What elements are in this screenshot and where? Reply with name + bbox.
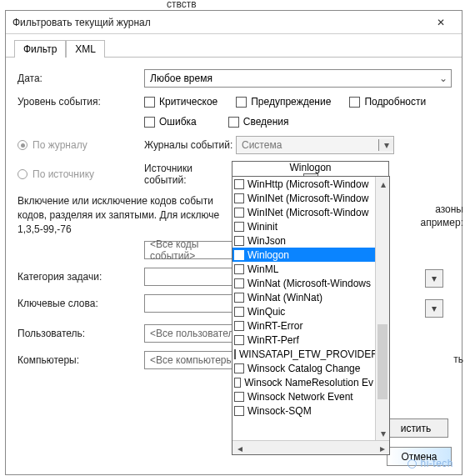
checkbox-icon	[234, 278, 244, 288]
chevron-down-icon: ⌄	[436, 73, 451, 84]
list-item[interactable]: Winsock NameResolution Ev	[232, 375, 375, 389]
checkbox-icon	[228, 117, 239, 128]
task-category-input[interactable]	[144, 268, 236, 286]
list-item-label: WinNat (WinNat)	[248, 292, 322, 303]
vertical-scrollbar[interactable]: ▴ ▾	[375, 177, 389, 440]
list-item[interactable]: Wininit	[232, 219, 375, 233]
date-combo[interactable]: Любое время ⌄	[144, 69, 452, 88]
tab-filter[interactable]: Фильтр	[14, 40, 66, 58]
label-computers: Компьютеры:	[18, 354, 144, 366]
list-item[interactable]: WinJson	[232, 233, 375, 248]
radio-by-source: По источнику	[18, 168, 144, 180]
check-label: Подробности	[364, 96, 426, 108]
list-item[interactable]: WinINet (Microsoft-Window	[232, 191, 375, 205]
list-item-label: Winsock Catalog Change	[248, 363, 360, 374]
journals-combo-value: Система	[237, 139, 378, 151]
keywords-input[interactable]	[144, 294, 236, 313]
list-item[interactable]: WINSATAPI_ETW_PROVIDER	[232, 347, 375, 361]
list-item[interactable]: Winsock Network Event	[232, 389, 375, 403]
tab-xml[interactable]: XML	[66, 40, 105, 58]
list-item-label: Winsock Network Event	[248, 391, 353, 403]
checkbox-icon	[234, 222, 244, 232]
checkbox-icon	[234, 307, 244, 317]
list-item[interactable]: Winsock-SQM	[232, 403, 375, 418]
check-error[interactable]: Ошибка	[144, 116, 197, 128]
checkbox-icon	[144, 117, 155, 128]
list-item[interactable]: WinNat (WinNat)	[232, 290, 375, 304]
list-item[interactable]: WinNat (Microsoft-Windows	[232, 276, 375, 290]
scroll-down-icon[interactable]: ▾	[376, 426, 390, 440]
checkbox-icon	[234, 335, 244, 345]
list-item-label: WinJson	[248, 235, 286, 247]
label-sources: Источники событий:	[144, 163, 236, 186]
desc-right-frag-1: азоны	[435, 203, 463, 215]
list-item-label: WinRT-Error	[248, 320, 302, 332]
list-item-label: WINSATAPI_ETW_PROVIDER	[239, 348, 375, 360]
label-journals: Журналы событий:	[144, 139, 236, 151]
watermark: hi-tech	[408, 458, 453, 469]
list-item[interactable]: WinRT-Error	[232, 318, 375, 333]
truncated-text-above: ствств	[167, 0, 197, 10]
scroll-right-icon[interactable]: ▸	[375, 441, 389, 455]
list-item[interactable]: WinHttp (Microsoft-Window	[232, 177, 375, 191]
tabstrip: Фильтр XML	[6, 34, 462, 58]
list-item-label: WinHttp (Microsoft-Window	[248, 178, 368, 190]
label-level: Уровень события:	[18, 96, 144, 108]
list-item[interactable]: WinRT-Perf	[232, 333, 375, 347]
list-item-label: WinINet (Microsoft-Window	[248, 207, 368, 218]
scroll-left-icon[interactable]: ◂	[232, 441, 247, 455]
chevron-down-icon: ▾	[432, 303, 437, 314]
list-item[interactable]: Winlogon	[232, 248, 375, 262]
label-user: Пользователь:	[18, 328, 144, 339]
titlebar: Фильтровать текущий журнал ✕	[6, 11, 462, 34]
check-label: Сведения	[243, 116, 289, 128]
radio-label: По источнику	[32, 168, 94, 180]
sources-dropdown-list[interactable]: WinHttp (Microsoft-WindowWinINet (Micros…	[232, 176, 390, 455]
check-info[interactable]: Сведения	[228, 116, 289, 128]
list-item-label: Winsock-SQM	[248, 405, 312, 417]
checkbox-icon	[234, 293, 244, 303]
task-category-dropdown-button[interactable]: ▾	[425, 269, 443, 288]
list-item[interactable]: WinML	[232, 262, 375, 276]
list-item-label: Winsock NameResolution Ev	[244, 377, 373, 388]
close-icon: ✕	[437, 17, 445, 28]
check-warning[interactable]: Предупреждение	[236, 96, 331, 108]
list-item-label: Wininit	[248, 221, 278, 233]
check-label: Критическое	[159, 96, 218, 108]
list-item-label: WinML	[248, 263, 278, 275]
list-item[interactable]: WinINet (Microsoft-Window	[232, 205, 375, 219]
checkbox-icon	[144, 97, 155, 108]
desc-right-frag-2: апример:	[421, 217, 463, 228]
checkbox-icon	[234, 250, 244, 260]
horizontal-scrollbar[interactable]: ◂ ▸	[232, 440, 389, 454]
radio-by-log: По журналу	[18, 139, 144, 151]
checkbox-icon	[234, 179, 244, 189]
list-item-label: Winlogon	[248, 249, 289, 261]
clear-button[interactable]: истить	[383, 418, 448, 438]
checkbox-icon	[234, 378, 241, 388]
journals-combo: Система ▾	[236, 136, 394, 154]
checkbox-icon	[234, 363, 244, 373]
list-item[interactable]: WinQuic	[232, 304, 375, 318]
checkbox-icon	[234, 349, 236, 359]
watermark-icon	[408, 459, 417, 468]
keywords-dropdown-button[interactable]: ▾	[425, 299, 443, 318]
date-combo-value: Любое время	[145, 73, 436, 84]
checkbox-icon	[234, 406, 244, 416]
check-critical[interactable]: Критическое	[144, 96, 218, 108]
scroll-thumb[interactable]	[378, 324, 388, 399]
check-label: Ошибка	[159, 116, 197, 128]
close-button[interactable]: ✕	[423, 14, 458, 31]
sources-combo-open[interactable]: Winlogon ▾	[232, 161, 389, 178]
scroll-up-icon[interactable]: ▴	[376, 177, 390, 191]
checkbox-icon	[234, 264, 244, 274]
right-frag: ть	[453, 353, 463, 365]
chevron-down-icon: ▾	[378, 139, 393, 151]
list-item[interactable]: Winsock Catalog Change	[232, 361, 375, 375]
codes-input[interactable]: <Все коды событий>	[144, 241, 244, 259]
checkbox-icon	[234, 392, 244, 402]
label-keywords: Ключевые слова:	[18, 298, 144, 309]
checkbox-icon	[236, 97, 247, 108]
check-verbose[interactable]: Подробности	[349, 96, 426, 108]
dialog-title: Фильтровать текущий журнал	[12, 17, 423, 28]
